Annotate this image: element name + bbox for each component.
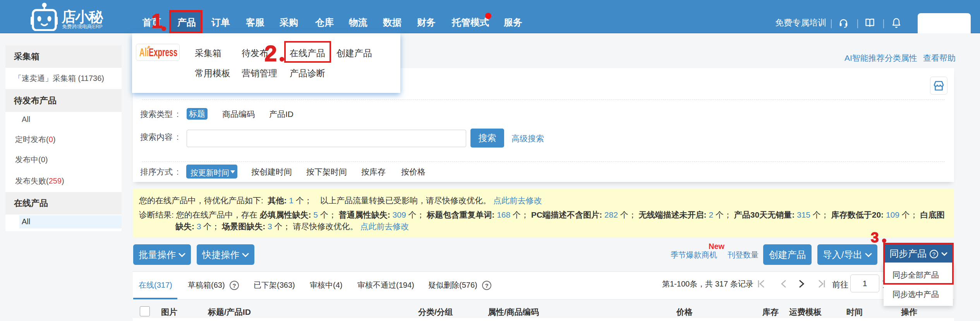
svg-text:?: ? [232,282,236,289]
svg-text:?: ? [485,282,488,289]
